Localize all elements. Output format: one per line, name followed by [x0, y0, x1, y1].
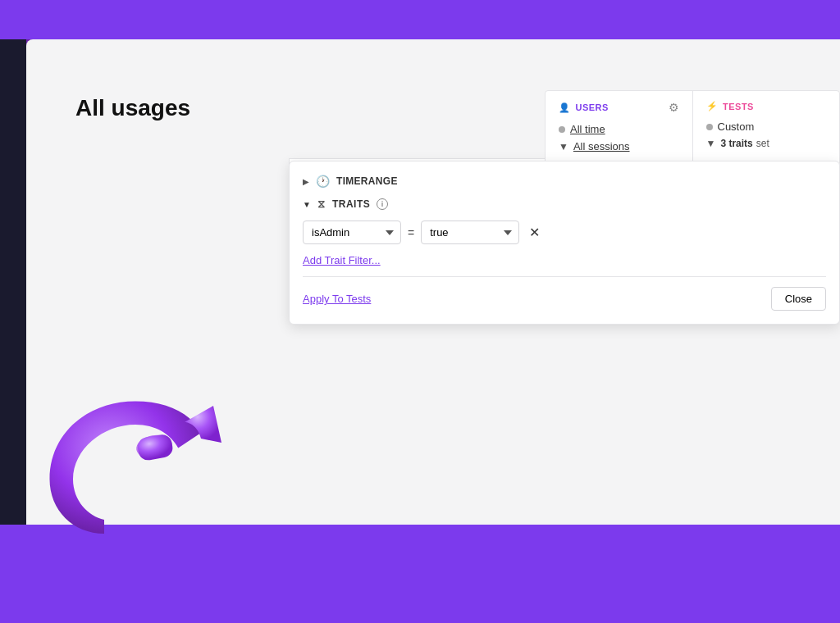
clock-icon: 🕐 [316, 175, 330, 188]
trait-filter-row: isAdmin userId email = true false ✕ [303, 221, 826, 244]
traits-filter-icon: ▼ [706, 138, 716, 149]
info-icon[interactable]: i [377, 198, 388, 210]
custom-dot [706, 124, 713, 130]
trait-value-select[interactable]: true false [421, 221, 519, 244]
equals-sign: = [408, 226, 414, 239]
users-column: 👤 USERS ⚙ All time ▼ All sessions [546, 91, 693, 165]
remove-trait-button[interactable]: ✕ [526, 225, 543, 240]
page-title: All usages [75, 95, 190, 121]
timerange-arrow: ▶ [303, 177, 309, 186]
bottom-area [0, 525, 840, 623]
custom-item[interactable]: Custom [706, 118, 827, 135]
traits-count: 3 traits set [720, 138, 769, 149]
filter-icon: ▼ [559, 141, 568, 152]
users-icon: 👤 [559, 102, 571, 113]
all-time-dot [559, 126, 565, 133]
gear-icon[interactable]: ⚙ [669, 101, 679, 114]
add-trait-link[interactable]: Add Trait Filter... [303, 252, 826, 270]
trait-key-select[interactable]: isAdmin userId email [303, 221, 401, 244]
users-tests-panel: 👤 USERS ⚙ All time ▼ All sessions [545, 90, 840, 166]
top-bar [0, 0, 840, 39]
tests-col-title: ⚡ TESTS [706, 101, 754, 111]
svg-rect-1 [136, 433, 174, 462]
traits-row[interactable]: ▼ ⧖ TRAITS i [303, 198, 826, 211]
tests-col-header: ⚡ TESTS [706, 101, 827, 111]
panel-columns: 👤 USERS ⚙ All time ▼ All sessions [546, 91, 839, 166]
all-time-item[interactable]: All time [559, 121, 679, 138]
users-col-header: 👤 USERS ⚙ [559, 101, 679, 114]
filter-footer: Apply To Tests Close [303, 276, 826, 311]
all-sessions-item[interactable]: ▼ All sessions [559, 138, 679, 155]
users-col-title: 👤 USERS [559, 102, 609, 113]
apply-to-tests-link[interactable]: Apply To Tests [303, 293, 371, 305]
funnel-icon: ⧖ [317, 198, 326, 211]
purple-3d-icon [0, 361, 262, 590]
tests-icon: ⚡ [706, 101, 719, 111]
filter-popup: ▶ 🕐 TIMERANGE ▼ ⧖ TRAITS i isAdmin userI… [289, 161, 840, 325]
tests-column: ⚡ TESTS Custom ▼ 3 traits set [693, 91, 840, 165]
close-button[interactable]: Close [771, 287, 826, 311]
timerange-row[interactable]: ▶ 🕐 TIMERANGE [303, 175, 826, 188]
traits-set-item[interactable]: ▼ 3 traits set [706, 135, 827, 152]
traits-chevron: ▼ [303, 200, 311, 209]
